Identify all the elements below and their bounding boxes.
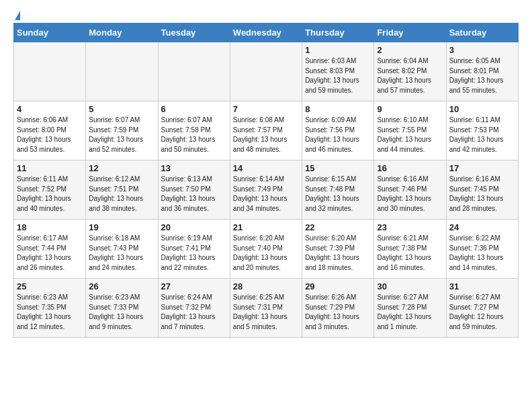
day-number: 4 [17,104,83,114]
day-number: 10 [449,104,515,114]
calendar-cell: 10Sunrise: 6:11 AM Sunset: 7:53 PM Dayli… [446,101,518,161]
day-number: 3 [449,45,515,55]
calendar-cell: 20Sunrise: 6:19 AM Sunset: 7:41 PM Dayli… [158,220,230,279]
day-number: 19 [89,222,154,232]
calendar-cell: 5Sunrise: 6:07 AM Sunset: 7:59 PM Daylig… [86,101,158,161]
day-number: 24 [449,222,515,232]
page: SundayMondayTuesdayWednesdayThursdayFrid… [0,0,532,345]
day-number: 15 [305,163,371,173]
logo-triangle-icon [15,11,20,20]
calendar-cell: 23Sunrise: 6:21 AM Sunset: 7:38 PM Dayli… [374,220,446,279]
calendar-cell: 29Sunrise: 6:26 AM Sunset: 7:29 PM Dayli… [302,279,374,338]
calendar-cell: 25Sunrise: 6:23 AM Sunset: 7:35 PM Dayli… [14,279,86,338]
calendar-cell [14,42,86,101]
header [13,11,519,17]
weekday-row: SundayMondayTuesdayWednesdayThursdayFrid… [14,24,519,42]
calendar-cell: 9Sunrise: 6:10 AM Sunset: 7:55 PM Daylig… [374,101,446,161]
day-info: Sunrise: 6:07 AM Sunset: 7:58 PM Dayligh… [161,116,227,154]
day-info: Sunrise: 6:27 AM Sunset: 7:27 PM Dayligh… [449,293,515,332]
calendar-cell [158,42,230,101]
day-info: Sunrise: 6:11 AM Sunset: 7:52 PM Dayligh… [17,175,83,214]
weekday-header-tuesday: Tuesday [158,24,230,42]
day-info: Sunrise: 6:15 AM Sunset: 7:48 PM Dayligh… [305,175,371,214]
day-number: 12 [89,163,154,173]
day-info: Sunrise: 6:27 AM Sunset: 7:28 PM Dayligh… [377,293,443,332]
calendar-cell: 2Sunrise: 6:04 AM Sunset: 8:02 PM Daylig… [374,42,446,101]
day-info: Sunrise: 6:21 AM Sunset: 7:38 PM Dayligh… [377,234,443,273]
day-info: Sunrise: 6:08 AM Sunset: 7:57 PM Dayligh… [233,116,299,154]
day-number: 1 [305,45,371,55]
day-info: Sunrise: 6:11 AM Sunset: 7:53 PM Dayligh… [449,116,515,154]
calendar-week-5: 25Sunrise: 6:23 AM Sunset: 7:35 PM Dayli… [14,279,519,338]
day-number: 30 [377,281,443,291]
day-info: Sunrise: 6:24 AM Sunset: 7:32 PM Dayligh… [161,293,227,332]
day-number: 23 [377,222,443,232]
weekday-header-saturday: Saturday [446,24,518,42]
day-number: 8 [305,104,371,114]
calendar-week-2: 4Sunrise: 6:06 AM Sunset: 8:00 PM Daylig… [14,101,519,161]
day-info: Sunrise: 6:16 AM Sunset: 7:46 PM Dayligh… [377,175,443,214]
day-info: Sunrise: 6:09 AM Sunset: 7:56 PM Dayligh… [305,116,371,154]
calendar-cell: 30Sunrise: 6:27 AM Sunset: 7:28 PM Dayli… [374,279,446,338]
day-info: Sunrise: 6:23 AM Sunset: 7:33 PM Dayligh… [89,293,154,332]
day-info: Sunrise: 6:17 AM Sunset: 7:44 PM Dayligh… [17,234,83,273]
day-number: 28 [233,281,299,291]
calendar-cell [86,42,158,101]
calendar-cell: 3Sunrise: 6:05 AM Sunset: 8:01 PM Daylig… [446,42,518,101]
day-number: 9 [377,104,443,114]
calendar-cell: 16Sunrise: 6:16 AM Sunset: 7:46 PM Dayli… [374,161,446,220]
calendar-cell: 18Sunrise: 6:17 AM Sunset: 7:44 PM Dayli… [14,220,86,279]
day-number: 17 [449,163,515,173]
day-number: 11 [17,163,83,173]
day-number: 5 [89,104,154,114]
calendar-week-3: 11Sunrise: 6:11 AM Sunset: 7:52 PM Dayli… [14,161,519,220]
day-number: 20 [161,222,227,232]
calendar-cell: 8Sunrise: 6:09 AM Sunset: 7:56 PM Daylig… [302,101,374,161]
calendar-cell: 26Sunrise: 6:23 AM Sunset: 7:33 PM Dayli… [86,279,158,338]
calendar-cell: 14Sunrise: 6:14 AM Sunset: 7:49 PM Dayli… [230,161,302,220]
calendar-cell: 4Sunrise: 6:06 AM Sunset: 8:00 PM Daylig… [14,101,86,161]
day-number: 31 [449,281,515,291]
day-number: 21 [233,222,299,232]
calendar-cell: 6Sunrise: 6:07 AM Sunset: 7:58 PM Daylig… [158,101,230,161]
day-info: Sunrise: 6:23 AM Sunset: 7:35 PM Dayligh… [17,293,83,332]
day-number: 14 [233,163,299,173]
day-number: 18 [17,222,83,232]
day-info: Sunrise: 6:04 AM Sunset: 8:02 PM Dayligh… [377,56,443,95]
day-info: Sunrise: 6:10 AM Sunset: 7:55 PM Dayligh… [377,116,443,154]
day-info: Sunrise: 6:22 AM Sunset: 7:36 PM Dayligh… [449,234,515,273]
calendar-cell: 27Sunrise: 6:24 AM Sunset: 7:32 PM Dayli… [158,279,230,338]
day-info: Sunrise: 6:19 AM Sunset: 7:41 PM Dayligh… [161,234,227,273]
day-number: 25 [17,281,83,291]
day-info: Sunrise: 6:20 AM Sunset: 7:40 PM Dayligh… [233,234,299,273]
calendar-cell: 22Sunrise: 6:20 AM Sunset: 7:39 PM Dayli… [302,220,374,279]
calendar-cell: 21Sunrise: 6:20 AM Sunset: 7:40 PM Dayli… [230,220,302,279]
day-number: 22 [305,222,371,232]
day-info: Sunrise: 6:12 AM Sunset: 7:51 PM Dayligh… [89,175,154,214]
day-number: 6 [161,104,227,114]
calendar-cell: 15Sunrise: 6:15 AM Sunset: 7:48 PM Dayli… [302,161,374,220]
calendar-body: 1Sunrise: 6:03 AM Sunset: 8:03 PM Daylig… [14,42,519,338]
day-info: Sunrise: 6:13 AM Sunset: 7:50 PM Dayligh… [161,175,227,214]
weekday-header-thursday: Thursday [302,24,374,42]
calendar-cell [230,42,302,101]
calendar-table: SundayMondayTuesdayWednesdayThursdayFrid… [13,23,519,338]
day-number: 26 [89,281,154,291]
day-number: 2 [377,45,443,55]
calendar-cell: 1Sunrise: 6:03 AM Sunset: 8:03 PM Daylig… [302,42,374,101]
logo [13,11,20,17]
calendar-cell: 13Sunrise: 6:13 AM Sunset: 7:50 PM Dayli… [158,161,230,220]
day-number: 27 [161,281,227,291]
day-info: Sunrise: 6:14 AM Sunset: 7:49 PM Dayligh… [233,175,299,214]
day-info: Sunrise: 6:03 AM Sunset: 8:03 PM Dayligh… [305,56,371,95]
calendar-cell: 7Sunrise: 6:08 AM Sunset: 7:57 PM Daylig… [230,101,302,161]
calendar-cell: 11Sunrise: 6:11 AM Sunset: 7:52 PM Dayli… [14,161,86,220]
day-number: 29 [305,281,371,291]
weekday-header-sunday: Sunday [14,24,86,42]
day-info: Sunrise: 6:16 AM Sunset: 7:45 PM Dayligh… [449,175,515,214]
calendar-cell: 19Sunrise: 6:18 AM Sunset: 7:43 PM Dayli… [86,220,158,279]
weekday-header-friday: Friday [374,24,446,42]
calendar-cell: 12Sunrise: 6:12 AM Sunset: 7:51 PM Dayli… [86,161,158,220]
calendar-week-4: 18Sunrise: 6:17 AM Sunset: 7:44 PM Dayli… [14,220,519,279]
day-info: Sunrise: 6:05 AM Sunset: 8:01 PM Dayligh… [449,56,515,95]
